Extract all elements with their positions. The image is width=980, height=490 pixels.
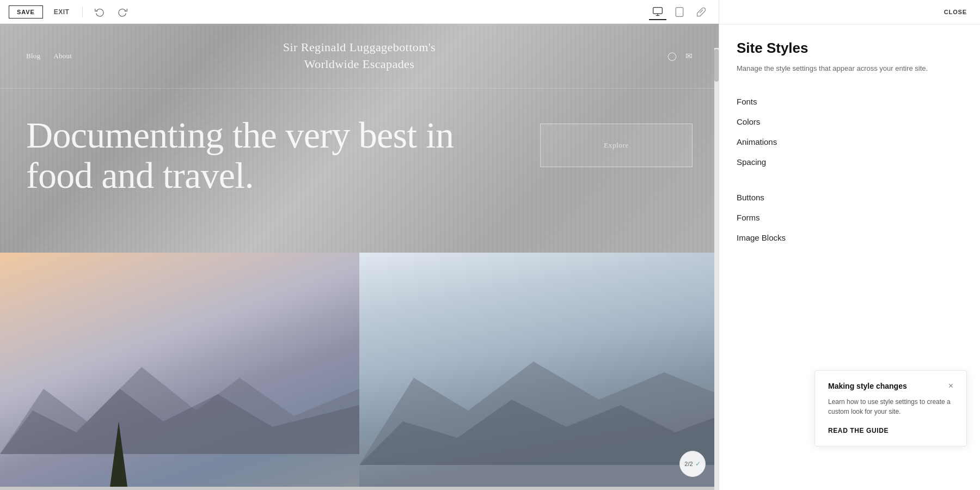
site-title-line1: Sir Reginald Luggagebottom's [283,39,436,56]
image-left [0,253,359,487]
tooltip-card-body: Learn how to use style settings to creat… [828,397,953,416]
paint-brush-button[interactable] [693,4,710,20]
website-preview: Blog About Sir Reginald Luggagebottom's … [0,24,719,490]
tablet-icon [674,7,685,17]
tooltip-card-header: Making style changes × [828,382,953,390]
tooltip-read-guide-link[interactable]: READ THE GUIDE [828,427,889,434]
page-counter-badge: 2/2 ✓ [679,451,706,477]
nav-about-link[interactable]: About [53,52,72,60]
panel-title: Site Styles [737,40,963,57]
scrollbar[interactable] [714,48,719,490]
toolbar-divider [82,7,83,17]
desktop-view-button[interactable] [649,4,666,20]
fonts-menu-item[interactable]: Fonts [737,91,963,112]
paint-icon [696,7,707,17]
colors-menu-item[interactable]: Colors [737,112,963,132]
instagram-icon: ◯ [667,51,677,61]
hero-headline-line1: Documenting the very best in [26,114,454,156]
site-title-line2: Worldwide Escapades [283,56,436,73]
nav-blog-link[interactable]: Blog [26,52,40,60]
mail-icon: ✉ [685,51,693,61]
site-nav: Blog About Sir Reginald Luggagebottom's … [0,24,719,89]
undo-icon [95,7,105,17]
toolbar-right [649,4,710,20]
image-right [359,253,719,487]
scrollbar-thumb[interactable] [714,49,719,82]
hero-headline: Documenting the very best in food and tr… [26,115,523,197]
style-menu-group-2: Buttons Forms Image Blocks [737,187,963,248]
animations-menu-item[interactable]: Animations [737,132,963,152]
svg-rect-0 [653,7,663,14]
redo-button[interactable] [114,5,131,19]
panel-close-button[interactable]: CLOSE [944,9,967,15]
toolbar: SAVE EXIT [0,0,719,24]
desktop-icon [652,6,663,17]
tablet-view-button[interactable] [671,4,688,20]
menu-separator [737,176,963,187]
undo-button[interactable] [91,5,108,19]
hero-section: Blog About Sir Reginald Luggagebottom's … [0,24,719,253]
page-counter-label: 2/2 [684,461,693,467]
site-title-block: Sir Reginald Luggagebottom's Worldwide E… [283,39,436,73]
check-icon: ✓ [695,460,701,468]
mountain-right-svg [359,345,719,465]
tooltip-close-button[interactable]: × [948,382,953,390]
svg-rect-3 [676,7,683,16]
spacing-menu-item[interactable]: Spacing [737,152,963,172]
nav-right: ◯ ✉ [667,51,693,61]
exit-button[interactable]: EXIT [50,5,74,19]
hero-cta-label: Explore [604,141,629,150]
panel-description: Manage the style settings that appear ac… [737,63,963,74]
image-grid [0,253,719,487]
tooltip-card-title: Making style changes [828,382,907,390]
save-button[interactable]: SAVE [9,5,43,19]
redo-icon [118,7,127,17]
style-menu-group-1: Fonts Colors Animations Spacing [737,91,963,172]
right-panel: CLOSE Site Styles Manage the style setti… [719,0,980,490]
image-blocks-menu-item[interactable]: Image Blocks [737,228,963,248]
tooltip-card: Making style changes × Learn how to use … [814,370,967,446]
hero-content: Documenting the very best in food and tr… [0,89,719,197]
nav-left: Blog About [26,52,72,60]
panel-header: CLOSE [719,0,980,24]
mountain-left-svg [0,345,359,454]
preview-canvas: Blog About Sir Reginald Luggagebottom's … [0,24,719,490]
hero-headline-line2: food and travel. [26,155,254,196]
hero-cta-button[interactable]: Explore [540,124,693,167]
forms-menu-item[interactable]: Forms [737,207,963,228]
buttons-menu-item[interactable]: Buttons [737,187,963,207]
